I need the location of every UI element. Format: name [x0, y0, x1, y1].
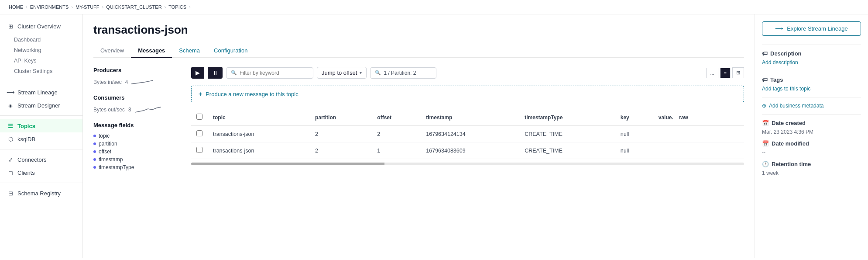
search-icon: 🔍 — [231, 70, 237, 76]
cell-timestamp: 1679634124134 — [421, 126, 519, 142]
header-value-raw: value.__raw__ — [653, 109, 744, 126]
price-tag-icon: 🏷 — [762, 76, 768, 83]
sidebar-item-topics[interactable]: ☰ Topics — [0, 119, 82, 132]
panel-divider-3 — [762, 97, 861, 97]
sidebar-item-connectors[interactable]: ⤢ Connectors — [0, 153, 82, 166]
producers-label: Producers — [93, 67, 181, 73]
tag-icon: 🏷 — [762, 50, 768, 57]
produce-bar-text: Produce a new message to this topic — [206, 91, 298, 97]
tab-schema[interactable]: Schema — [172, 44, 207, 58]
header-timestamp: timestamp — [421, 109, 519, 126]
table-header-row: topic partition offset timestamp timesta… — [191, 109, 744, 126]
row-checkbox-cell — [191, 142, 208, 159]
clock-icon: 🕐 — [762, 161, 769, 167]
panel-divider-2 — [762, 71, 861, 71]
producers-group: Producers Bytes in/sec 4 — [93, 67, 181, 87]
tags-title: Tags — [770, 76, 783, 83]
header-checkbox — [191, 109, 208, 126]
breadcrumb-cluster[interactable]: QUICKSTART_CLUSTER — [106, 4, 161, 10]
cell-partition: 2 — [310, 126, 372, 142]
cell-key: null — [615, 142, 653, 159]
date-created-title: Date created — [772, 120, 806, 126]
table-body: transactions-json 2 2 1679634124134 CREA… — [191, 126, 744, 159]
sidebar-divider-4 — [0, 183, 82, 183]
tab-overview[interactable]: Overview — [93, 44, 131, 58]
add-business-metadata-link[interactable]: ⊕ Add business metadata — [762, 103, 861, 109]
date-created-section: 📅 Date created Mar. 23 2023 4:36 PM — [762, 120, 861, 135]
field-dot — [93, 150, 96, 153]
breadcrumb: HOME › ENVIRONMENTS › MY-STUFF › QUICKST… — [0, 0, 868, 14]
sidebar-item-api-keys[interactable]: API Keys — [7, 55, 82, 66]
header-offset: offset — [372, 109, 421, 126]
cell-timestamptype: CREATE_TIME — [519, 126, 615, 142]
more-options-button[interactable]: ... — [706, 68, 718, 78]
grid-view-button[interactable]: ⊞ — [732, 67, 744, 78]
table-row: transactions-json 2 2 1679634124134 CREA… — [191, 126, 744, 142]
sidebar-item-ksqldb[interactable]: ⬡ ksqlDB — [0, 132, 82, 146]
tab-messages[interactable]: Messages — [131, 44, 172, 58]
cell-offset: 1 — [372, 142, 421, 159]
produce-message-bar[interactable]: + Produce a new message to this topic — [191, 86, 744, 102]
sidebar-item-stream-designer[interactable]: ◈ Stream Designer — [0, 99, 82, 112]
description-add-link[interactable]: Add description — [762, 59, 861, 66]
breadcrumb-home[interactable]: HOME — [9, 4, 23, 10]
row-checkbox-1[interactable] — [196, 147, 202, 153]
cell-offset: 2 — [372, 126, 421, 142]
right-panel: ⟶ Explore Stream Lineage 🏷 Description A… — [755, 14, 868, 258]
date-modified-title-row: 📅 Date modified — [762, 140, 861, 147]
play-button[interactable]: ▶ — [191, 67, 204, 79]
tab-bar: Overview Messages Schema Configuration — [93, 44, 744, 58]
message-fields-panel: Message fields topic partition — [93, 122, 181, 171]
tags-add-link[interactable]: Add tags to this topic — [762, 86, 861, 92]
jump-to-offset-dropdown[interactable]: Jump to offset ▾ — [317, 67, 367, 79]
toolbar: ▶ ⏸ 🔍 Jump to offset ▾ 🔍 — [191, 67, 744, 79]
sidebar: ⊞ Cluster Overview Dashboard Networking … — [0, 14, 83, 258]
partition-input[interactable] — [384, 70, 432, 76]
cell-topic: transactions-json — [208, 142, 310, 159]
pause-button[interactable]: ⏸ — [208, 67, 223, 79]
filter-input-wrapper: 🔍 — [226, 67, 313, 79]
business-metadata-section: ⊕ Add business metadata — [762, 103, 861, 114]
filter-input[interactable] — [240, 70, 309, 76]
explore-stream-lineage-button[interactable]: ⟶ Explore Stream Lineage — [762, 21, 861, 36]
cell-timestamp: 1679634083609 — [421, 142, 519, 159]
select-all-checkbox[interactable] — [196, 114, 202, 120]
tags-title-row: 🏷 Tags — [762, 76, 861, 83]
list-view-button[interactable]: ≡ — [720, 68, 731, 78]
sidebar-item-clients[interactable]: ◻ Clients — [0, 166, 82, 179]
field-dot — [93, 158, 96, 161]
breadcrumb-environments[interactable]: ENVIRONMENTS — [30, 4, 69, 10]
cell-topic: transactions-json — [208, 126, 310, 142]
producers-bytes: Bytes in/sec 4 — [93, 77, 181, 87]
row-checkbox-cell — [191, 126, 208, 142]
schema-registry-icon: ⊟ — [7, 190, 14, 197]
cell-key: null — [615, 126, 653, 142]
panel-divider-1 — [762, 45, 861, 45]
metrics-panel: Producers Bytes in/sec 4 — [93, 67, 181, 171]
partition-input-wrapper: 🔍 — [370, 67, 436, 79]
content-area: transactions-json Overview Messages Sche… — [83, 14, 755, 258]
sidebar-item-schema-registry[interactable]: ⊟ Schema Registry — [0, 187, 82, 200]
sidebar-item-cluster-settings[interactable]: Cluster Settings — [7, 66, 82, 76]
breadcrumb-my-stuff[interactable]: MY-STUFF — [75, 4, 99, 10]
tab-configuration[interactable]: Configuration — [207, 44, 254, 58]
description-title-row: 🏷 Description — [762, 50, 861, 57]
sidebar-item-dashboard[interactable]: Dashboard — [7, 35, 82, 45]
row-checkbox-0[interactable] — [196, 130, 202, 136]
breadcrumb-topics: TOPICS — [168, 4, 186, 10]
sidebar-item-stream-lineage[interactable]: ⟶ Stream Lineage — [0, 86, 82, 99]
field-timestamp: timestamp — [93, 156, 181, 163]
sidebar-item-networking[interactable]: Networking — [7, 45, 82, 55]
tags-section: 🏷 Tags Add tags to this topic — [762, 76, 861, 97]
messages-table: topic partition offset timestamp timesta… — [191, 109, 744, 159]
date-created-value: Mar. 23 2023 4:36 PM — [762, 129, 861, 135]
cell-value-raw — [653, 126, 744, 142]
cell-partition: 2 — [310, 142, 372, 159]
svg-line-1 — [144, 80, 153, 82]
retention-value: 1 week — [762, 170, 861, 176]
description-section: 🏷 Description Add description — [762, 50, 861, 71]
table-row: transactions-json 2 1 1679634083609 CREA… — [191, 142, 744, 159]
messages-area: ▶ ⏸ 🔍 Jump to offset ▾ 🔍 — [191, 67, 744, 171]
horizontal-scrollbar[interactable] — [191, 163, 744, 165]
sidebar-item-cluster-overview[interactable]: ⊞ Cluster Overview — [0, 20, 82, 33]
